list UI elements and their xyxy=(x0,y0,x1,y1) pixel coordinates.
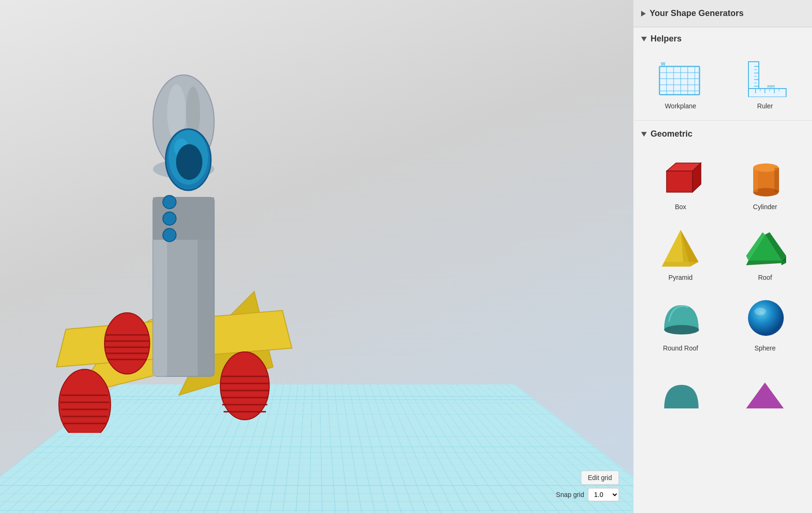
main-viewport[interactable]: Edit grid Snap grid 1.0 0.1 0.5 2.0 5.0 … xyxy=(0,0,633,513)
pyramid-shape-item[interactable]: Pyramid xyxy=(639,218,722,287)
edit-grid-button[interactable]: Edit grid xyxy=(581,471,619,485)
svg-rect-75 xyxy=(774,168,779,192)
ruler-label: Ruler xyxy=(757,102,773,110)
svg-point-86 xyxy=(664,325,699,334)
svg-point-15 xyxy=(220,352,269,420)
svg-point-35 xyxy=(163,212,176,225)
svg-rect-37 xyxy=(659,66,699,95)
rocket-model xyxy=(28,65,311,419)
workplane-item[interactable]: w Workplane xyxy=(639,52,722,114)
round-roof-shape-item[interactable]: Round Roof xyxy=(639,289,722,358)
partial-shape-2-icon xyxy=(739,371,791,418)
svg-point-88 xyxy=(755,308,766,315)
ruler-icon: mm xyxy=(739,57,791,99)
box-icon xyxy=(655,153,707,200)
svg-point-33 xyxy=(176,144,202,180)
workplane-label: Workplane xyxy=(665,102,696,110)
expand-icon xyxy=(641,11,646,16)
svg-rect-50 xyxy=(748,89,786,97)
sphere-icon xyxy=(739,294,791,342)
partial-shape-1[interactable] xyxy=(639,365,722,423)
svg-marker-85 xyxy=(746,261,786,265)
svg-text:mm: mm xyxy=(767,84,775,89)
cylinder-icon xyxy=(739,153,791,200)
shape-grid: Box Cylinder xyxy=(634,144,812,361)
right-panel: Your Shape Generators Helpers xyxy=(633,0,812,513)
round-roof-label: Round Roof xyxy=(663,344,698,352)
partial-shape-2[interactable] xyxy=(724,365,807,423)
workplane-icon: w xyxy=(655,57,707,99)
snap-grid-label: Snap grid xyxy=(556,491,584,498)
svg-point-9 xyxy=(105,313,150,374)
svg-marker-28 xyxy=(153,197,214,240)
roof-icon xyxy=(739,224,791,271)
bottom-partial-shapes xyxy=(634,361,812,427)
geometric-collapse-icon xyxy=(641,132,647,137)
snap-grid-row: Snap grid 1.0 0.1 0.5 2.0 5.0 10.0 xyxy=(556,488,619,501)
svg-point-87 xyxy=(748,300,784,336)
box-shape-item[interactable]: Box xyxy=(639,147,722,216)
pyramid-icon xyxy=(655,224,707,271)
svg-point-34 xyxy=(163,195,176,209)
ruler-item[interactable]: mm Ruler xyxy=(724,52,807,114)
geometric-title: Geometric xyxy=(651,129,692,139)
pyramid-label: Pyramid xyxy=(668,274,692,281)
helpers-grid: w Workplane xyxy=(634,49,812,118)
svg-rect-74 xyxy=(753,168,758,192)
svg-marker-89 xyxy=(746,383,784,408)
svg-point-36 xyxy=(163,228,176,242)
helpers-collapse-icon xyxy=(641,37,647,41)
roof-shape-item[interactable]: Roof xyxy=(724,218,807,287)
helpers-section-header[interactable]: Helpers xyxy=(634,27,812,49)
snap-grid-select[interactable]: 1.0 0.1 0.5 2.0 5.0 10.0 xyxy=(588,488,619,501)
roof-label: Roof xyxy=(758,274,772,281)
helpers-title: Helpers xyxy=(651,34,682,44)
divider-1 xyxy=(634,120,812,121)
round-roof-icon xyxy=(655,294,707,342)
shape-generators-title: Your Shape Generators xyxy=(650,8,744,18)
cylinder-label: Cylinder xyxy=(753,203,777,211)
cylinder-shape-item[interactable]: Cylinder xyxy=(724,147,807,216)
box-label: Box xyxy=(675,203,686,211)
geometric-section-header[interactable]: Geometric xyxy=(634,122,812,144)
partial-shape-1-icon xyxy=(655,371,707,418)
sphere-shape-item[interactable]: Sphere xyxy=(724,289,807,358)
svg-marker-65 xyxy=(667,171,692,192)
sphere-label: Sphere xyxy=(755,344,776,352)
shape-generators-header[interactable]: Your Shape Generators xyxy=(634,0,812,27)
